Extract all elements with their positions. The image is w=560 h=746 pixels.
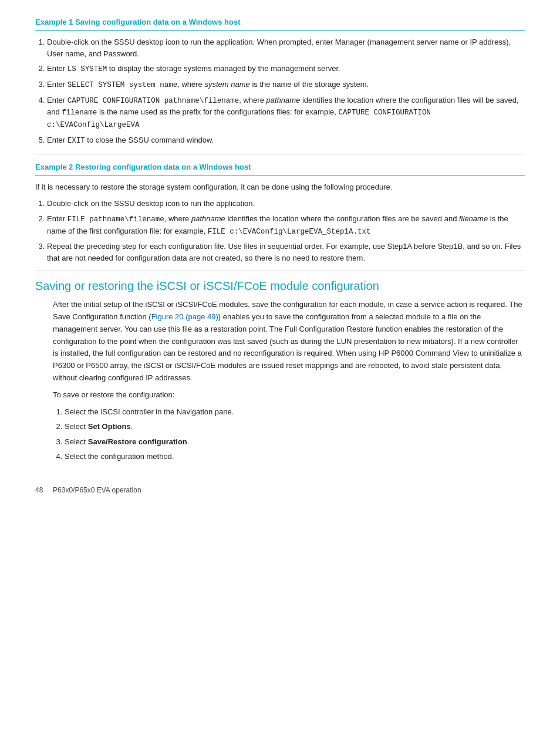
save-restore-bold: Save/Restore configuration xyxy=(88,437,187,446)
main-section-body: After the initial setup of the iSCSI or … xyxy=(35,299,525,462)
section-steps: Select the iSCSI controller in the Navig… xyxy=(65,406,525,463)
figure20-link[interactable]: Figure 20 (page 49) xyxy=(151,312,218,321)
filename-code: filename xyxy=(62,109,97,117)
example1-section: Example 1 Saving configuration data on a… xyxy=(35,18,525,147)
example2-step2: Enter FILE pathname\filename, where path… xyxy=(47,213,525,238)
example2-step3-text: Repeat the preceding step for each confi… xyxy=(47,242,521,262)
ls-system-code: LS SYSTEM xyxy=(68,65,107,73)
footer-page-number: 48 xyxy=(35,486,43,494)
example1-step3: Enter SELECT SYSTEM system name, where s… xyxy=(47,79,525,91)
example2-step1: Double-click on the SSSU desktop icon to… xyxy=(47,198,525,210)
example2-step3: Repeat the preceding step for each confi… xyxy=(47,241,525,264)
example2-steps: Double-click on the SSSU desktop icon to… xyxy=(47,198,525,264)
file-example-code: FILE c:\EVAConfig\LargeEVA_Step1A.txt xyxy=(208,228,371,236)
main-body-paragraph: After the initial setup of the iSCSI or … xyxy=(53,299,525,384)
section-step1-text: Select the iSCSI controller in the Navig… xyxy=(65,407,234,416)
select-system-code: SELECT SYSTEM system name xyxy=(68,81,178,89)
system-name-em: system name xyxy=(204,80,249,89)
file-pathname-code: FILE pathname\filename xyxy=(68,215,164,224)
example2-title: Example 2 Restoring configuration data o… xyxy=(35,163,525,171)
main-section-title: Saving or restoring the iSCSI or iSCSI/F… xyxy=(35,279,525,293)
body-text-after-link: ) enables you to save the configuration … xyxy=(53,312,522,382)
capture-path-code: c:\EVAConfig\LargeEVA xyxy=(47,121,140,129)
example1-step1: Double-click on the SSSU desktop icon to… xyxy=(47,36,525,59)
example1-title: Example 1 Saving configuration data on a… xyxy=(35,18,525,26)
example1-step2-text: Enter LS SYSTEM to display the storage s… xyxy=(47,64,340,73)
section-step1: Select the iSCSI controller in the Navig… xyxy=(65,406,525,418)
section-step3: Select Save/Restore configuration. xyxy=(65,436,525,448)
section-step4-text: Select the configuration method. xyxy=(65,452,174,461)
set-options-bold: Set Options xyxy=(88,422,131,431)
section-step3-text: Select Save/Restore configuration. xyxy=(65,437,189,446)
example1-bottom-divider xyxy=(35,154,525,154)
to-save-label: To save or restore the configuration: xyxy=(53,389,525,401)
filename2-em: filename xyxy=(459,214,488,223)
example1-step2: Enter LS SYSTEM to display the storage s… xyxy=(47,63,525,75)
pathname-em: pathname xyxy=(266,96,301,104)
example1-step4-text: Enter CAPTURE CONFIGURATION pathname\fil… xyxy=(47,96,519,129)
pathname2-em: pathname xyxy=(191,214,225,223)
main-section: Saving or restoring the iSCSI or iSCSI/F… xyxy=(35,279,525,462)
example1-step5: Enter EXIT to close the SSSU command win… xyxy=(47,134,525,147)
capture-example-code: CAPTURE CONFIGURATION xyxy=(339,109,431,117)
example2-bottom-divider xyxy=(35,271,525,271)
page-footer: 48 P63x0/P65x0 EVA operation xyxy=(35,486,525,494)
example2-section: Example 2 Restoring configuration data o… xyxy=(35,163,525,264)
capture-config-code: CAPTURE CONFIGURATION pathname\filename xyxy=(68,97,239,105)
example2-divider xyxy=(35,175,525,175)
example2-intro: If it is necessary to restore the storag… xyxy=(35,181,525,194)
example1-steps: Double-click on the SSSU desktop icon to… xyxy=(47,36,525,147)
example1-step3-text: Enter SELECT SYSTEM system name, where s… xyxy=(47,80,369,89)
example1-divider xyxy=(35,30,525,31)
section-step2: Select Set Options. xyxy=(65,421,525,433)
section-step4: Select the configuration method. xyxy=(65,451,525,463)
example2-step2-text: Enter FILE pathname\filename, where path… xyxy=(47,214,508,235)
page-container: Example 1 Saving configuration data on a… xyxy=(0,0,560,518)
exit-code: EXIT xyxy=(68,137,85,145)
section-step2-text: Select Set Options. xyxy=(65,422,133,431)
example1-step4: Enter CAPTURE CONFIGURATION pathname\fil… xyxy=(47,94,525,131)
example1-step1-text: Double-click on the SSSU desktop icon to… xyxy=(47,38,511,58)
footer-doc-title: P63x0/P65x0 EVA operation xyxy=(53,486,141,494)
example2-step1-text: Double-click on the SSSU desktop icon to… xyxy=(47,199,255,208)
example1-step5-text: Enter EXIT to close the SSSU command win… xyxy=(47,136,214,144)
